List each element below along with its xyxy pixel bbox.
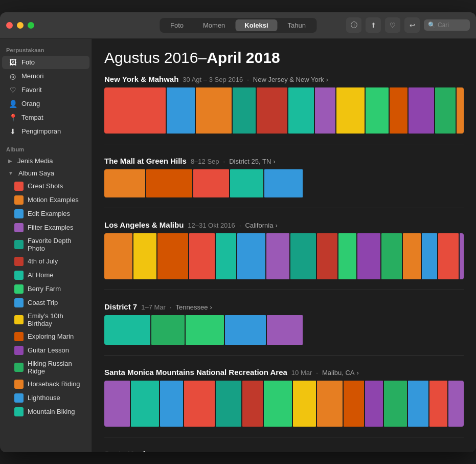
section-header-smm[interactable]: Santa Monica Mountains National Recreati…: [104, 368, 464, 377]
sidebar-item-tempat[interactable]: 📍 Tempat: [2, 111, 89, 124]
section-header-district7[interactable]: District 7 1–7 Mar · Tennessee: [104, 302, 464, 311]
photo-cell[interactable]: [435, 87, 456, 134]
sidebar-album-edit-examples[interactable]: Edit Examples: [2, 207, 89, 220]
photo-cell[interactable]: [290, 233, 316, 279]
photo-cell[interactable]: [242, 381, 263, 427]
heart-button[interactable]: ♡: [385, 17, 400, 33]
photo-cell[interactable]: [266, 233, 289, 279]
photo-cell[interactable]: [216, 233, 236, 279]
photo-cell[interactable]: [151, 315, 185, 345]
sidebar-item-foto[interactable]: 🖼 Foto: [2, 56, 89, 69]
photo-cell[interactable]: [344, 381, 364, 427]
section-header-new-york-mahwah[interactable]: New York & Mahwah 30 Agt – 3 Sep 2016 · …: [104, 75, 464, 83]
photo-cell[interactable]: [184, 381, 215, 427]
photo-cell[interactable]: [403, 233, 421, 279]
photo-cell[interactable]: [409, 87, 434, 134]
photo-cell[interactable]: [338, 233, 356, 279]
info-button[interactable]: ⓘ: [346, 17, 361, 33]
sidebar-item-orang[interactable]: 👤 Orang: [2, 97, 89, 111]
photo-cell[interactable]: [257, 87, 287, 134]
sidebar-album-berry-farm[interactable]: Berry Farm: [2, 282, 89, 296]
photo-cell[interactable]: [315, 87, 335, 134]
sidebar-album-motion-examples[interactable]: Motion Examples: [2, 193, 89, 207]
tab-foto[interactable]: Foto: [161, 19, 193, 31]
section-date-district7: 1–7 Mar: [141, 303, 166, 311]
photo-cell[interactable]: [196, 87, 232, 134]
minimize-button[interactable]: [17, 22, 24, 29]
sidebar-item-pengimporan[interactable]: ⬇ Pengimporan: [2, 125, 89, 138]
sidebar-album-at-home[interactable]: At Home: [2, 269, 89, 282]
photo-cell[interactable]: [460, 233, 464, 279]
photo-cell[interactable]: [133, 233, 156, 279]
sidebar-album-great-shots[interactable]: Great Shots: [2, 180, 89, 193]
section-header-la[interactable]: Los Angeles & Malibu 12–31 Okt 2016 · Ca…: [104, 220, 464, 229]
section-mall-green-hills: The Mall at Green Hills 8–12 Sep · Distr…: [104, 157, 464, 208]
photo-cell[interactable]: [104, 315, 150, 345]
share-button[interactable]: ⬆: [366, 17, 381, 33]
photo-cell[interactable]: [146, 169, 192, 197]
photo-cell[interactable]: [104, 381, 130, 427]
photo-cell[interactable]: [225, 315, 266, 345]
photo-cell[interactable]: [390, 87, 407, 134]
photo-cell[interactable]: [157, 233, 188, 279]
sidebar-item-favorit[interactable]: ♡ Favorit: [2, 83, 89, 97]
sidebar-album-favorite-depth-photo[interactable]: Favorite Depth Photo: [2, 235, 89, 254]
photo-cell[interactable]: [104, 87, 166, 134]
photo-cell[interactable]: [167, 87, 195, 134]
photo-cell[interactable]: [233, 87, 256, 134]
photo-cell[interactable]: [264, 381, 292, 427]
sidebar-group-album-saya[interactable]: ▼ Album Saya: [2, 167, 89, 179]
search-box[interactable]: 🔍 Cari: [424, 19, 470, 31]
photo-cell[interactable]: [189, 233, 215, 279]
photo-cell[interactable]: [422, 233, 437, 279]
sidebar-album-exploring-marin[interactable]: Exploring Marin: [2, 330, 89, 343]
foto-icon: 🖼: [8, 58, 17, 67]
photo-cell[interactable]: [429, 381, 447, 427]
rotate-button[interactable]: ↩: [404, 17, 420, 33]
sidebar-album-filter-examples[interactable]: Filter Examples: [2, 221, 89, 234]
photo-cell[interactable]: [381, 233, 402, 279]
photo-cell[interactable]: [317, 233, 337, 279]
tab-tahun[interactable]: Tahun: [279, 19, 315, 31]
sidebar-album-lighthouse[interactable]: Lighthouse: [2, 391, 89, 405]
photo-cell[interactable]: [365, 381, 383, 427]
photo-cell[interactable]: [186, 315, 224, 345]
photo-cell[interactable]: [237, 233, 265, 279]
photo-cell[interactable]: [104, 233, 132, 279]
sidebar-album-emilys-birthday[interactable]: Emily's 10th Birthday: [2, 310, 89, 329]
photo-cell[interactable]: [457, 87, 464, 134]
photo-cell[interactable]: [160, 381, 183, 427]
photo-cell[interactable]: [448, 381, 464, 427]
section-header-sm[interactable]: Santa Monica 29–30 Apr 2018 · California: [104, 450, 464, 452]
sidebar-album-mountain-biking[interactable]: Mountain Biking: [2, 405, 89, 418]
sidebar-album-horseback-riding[interactable]: Horseback Riding: [2, 378, 89, 391]
sidebar-album-hiking-russian-ridge[interactable]: Hiking Russian Ridge: [2, 358, 89, 377]
photo-cell[interactable]: [267, 315, 303, 345]
sidebar-album-coast-trip[interactable]: Coast Trip: [2, 296, 89, 310]
photo-cell[interactable]: [438, 233, 459, 279]
tab-koleksi[interactable]: Koleksi: [235, 19, 277, 31]
photo-cell[interactable]: [288, 87, 314, 134]
photo-cell[interactable]: [357, 233, 380, 279]
tab-momen[interactable]: Momen: [194, 19, 234, 31]
photo-cell[interactable]: [216, 381, 241, 427]
photo-cell[interactable]: [131, 381, 159, 427]
photo-cell[interactable]: [317, 381, 343, 427]
sidebar-album-guitar-lesson[interactable]: Guitar Lesson: [2, 344, 89, 357]
maximize-button[interactable]: [28, 22, 34, 29]
photo-cell[interactable]: [384, 381, 407, 427]
close-button[interactable]: [6, 22, 13, 29]
photo-cell[interactable]: [230, 169, 263, 197]
photo-cell[interactable]: [264, 169, 303, 197]
section-header-mall[interactable]: The Mall at Green Hills 8–12 Sep · Distr…: [104, 157, 464, 165]
photo-cell[interactable]: [193, 169, 229, 197]
sidebar-item-memori[interactable]: ◎ Memori: [2, 70, 89, 83]
photo-cell[interactable]: [366, 87, 389, 134]
sidebar-group-jenis-media[interactable]: ▶ Jenis Media: [2, 155, 89, 167]
main-layout: Perpustakaan 🖼 Foto ◎ Memori ♡ Favorit 👤…: [0, 39, 476, 452]
photo-cell[interactable]: [408, 381, 428, 427]
photo-cell[interactable]: [336, 87, 365, 134]
sidebar-album-4th-of-july[interactable]: 4th of July: [2, 255, 89, 268]
photo-cell[interactable]: [104, 169, 145, 197]
photo-cell[interactable]: [293, 381, 316, 427]
